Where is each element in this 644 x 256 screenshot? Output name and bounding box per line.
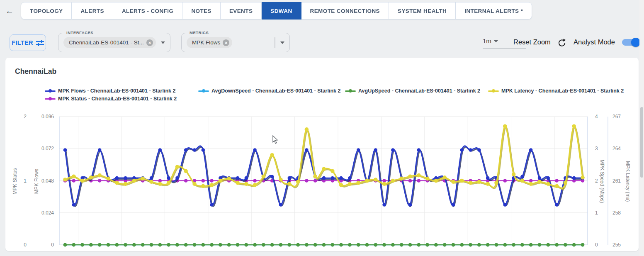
axis-title-right_outer: MPK Latency (ms) (625, 156, 631, 206)
legend-label: AvgDownSpeed - ChennaiLab-ES-001401 - St… (211, 88, 340, 94)
analyst-mode-toggle[interactable] (622, 39, 639, 46)
tab-sdwan[interactable]: SDWAN (262, 2, 301, 20)
tab-system-health[interactable]: SYSTEM HEALTH (389, 2, 456, 20)
tab-events[interactable]: EVENTS (221, 2, 262, 20)
tick-left_outer-1: 1 (17, 178, 27, 184)
tune-icon (36, 39, 44, 46)
axis-title-right_inner: MPK Speed (Mbps) (599, 156, 605, 206)
metrics-chip[interactable]: MPK Flows × (187, 37, 232, 48)
metrics-select[interactable]: METRICS MPK Flows × (181, 33, 290, 52)
tick-right_inner-3: 1 (595, 210, 608, 216)
tick-left_inner-1: 0.072 (36, 146, 54, 151)
tick-right_outer-2: 261 (612, 178, 627, 184)
legend-item-1[interactable]: AvgDownSpeed - ChennaiLab-ES-001401 - St… (198, 88, 340, 94)
time-range-value: 1m (483, 37, 491, 44)
interfaces-label: INTERFACES (64, 30, 95, 35)
analyst-mode-toggle-knob[interactable] (631, 38, 640, 47)
tick-left_inner-3: 0.024 (36, 210, 54, 216)
tab-alerts-config[interactable]: ALERTS - CONFIG (113, 2, 183, 20)
metrics-dropdown-arrow-icon[interactable] (280, 41, 284, 44)
interfaces-chip-text: ChennaiLab-ES-001401 - St... (69, 39, 144, 46)
legend-marker-icon (45, 97, 56, 101)
tab-bar: TOPOLOGYALERTSALERTS - CONFIGNOTESEVENTS… (21, 2, 532, 20)
metrics-text-caret (275, 37, 275, 48)
tick-right_outer-4: 255 (612, 242, 627, 248)
legend-item-3[interactable]: MPK Latency - ChennaiLab-ES-001401 - Sta… (488, 88, 624, 94)
reset-zoom-refresh-icon[interactable] (557, 38, 566, 48)
chart-card (5, 58, 639, 251)
legend-item-4[interactable]: MPK Status - ChennaiLab-ES-001401 - Star… (45, 96, 177, 102)
back-arrow-icon[interactable]: ← (3, 5, 16, 17)
axis-title-left_outer: MPK Status (12, 156, 18, 206)
time-range-underline (483, 49, 526, 49)
interfaces-dropdown-arrow-icon[interactable] (161, 41, 165, 44)
legend-marker-icon (488, 89, 499, 93)
legend-label: MPK Latency - ChennaiLab-ES-001401 - Sta… (501, 88, 624, 94)
tick-right_inner-4: 0 (595, 242, 608, 248)
tick-right_inner-1: 3 (595, 146, 608, 151)
metrics-label: METRICS (187, 30, 211, 35)
filter-button[interactable]: FILTER (10, 34, 46, 51)
legend-item-2[interactable]: AvgUpSpeed - ChennaiLab-ES-001401 - Star… (345, 88, 480, 94)
tick-left_inner-4: 0 (36, 242, 54, 248)
metrics-chip-text: MPK Flows (192, 39, 220, 46)
tick-right_inner-0: 4 (595, 114, 608, 119)
scrollbar-thumb[interactable] (640, 107, 643, 178)
legend-marker-icon (45, 89, 56, 93)
tab-notes[interactable]: NOTES (182, 2, 221, 20)
legend-item-0[interactable]: MPK Flows - ChennaiLab-ES-001401 - Starl… (45, 88, 175, 94)
analyst-mode-label: Analyst Mode (574, 38, 615, 46)
tab-remote-connections[interactable]: REMOTE CONNECTIONS (301, 2, 389, 20)
legend-marker-icon (345, 89, 356, 93)
tick-left_outer-0: 2 (17, 114, 27, 119)
filter-button-label: FILTER (12, 39, 33, 46)
metrics-chip-remove-icon[interactable]: × (223, 39, 229, 46)
legend-label: AvgUpSpeed - ChennaiLab-ES-001401 - Star… (358, 88, 480, 94)
legend-label: MPK Flows - ChennaiLab-ES-001401 - Starl… (58, 88, 175, 94)
tick-left_inner-0: 0.096 (36, 114, 54, 119)
time-range-arrow-icon (494, 40, 498, 42)
tab-topology[interactable]: TOPOLOGY (21, 2, 72, 20)
tick-left_outer-2: 0 (17, 242, 27, 248)
sdwan-dashboard-page: ← TOPOLOGYALERTSALERTS - CONFIGNOTESEVEN… (0, 0, 644, 256)
reset-zoom-button[interactable]: Reset Zoom (513, 38, 551, 46)
chart-title: ChennaiLab (15, 67, 56, 76)
legend-marker-icon (198, 89, 209, 93)
interfaces-chip[interactable]: ChennaiLab-ES-001401 - St... × (63, 37, 156, 48)
tab-internal-alerts[interactable]: INTERNAL ALERTS * (456, 2, 532, 20)
legend-label: MPK Status - ChennaiLab-ES-001401 - Star… (58, 96, 177, 102)
tick-right_outer-3: 258 (612, 210, 627, 216)
interfaces-select[interactable]: INTERFACES ChennaiLab-ES-001401 - St... … (58, 33, 170, 52)
scrollbar-track[interactable] (639, 0, 644, 256)
tab-alerts[interactable]: ALERTS (72, 2, 113, 20)
tick-right_outer-0: 267 (612, 114, 627, 119)
interfaces-chip-remove-icon[interactable]: × (146, 39, 153, 46)
axis-title-left_inner: MPK Flows (34, 156, 39, 206)
tick-right_outer-1: 264 (612, 146, 627, 151)
